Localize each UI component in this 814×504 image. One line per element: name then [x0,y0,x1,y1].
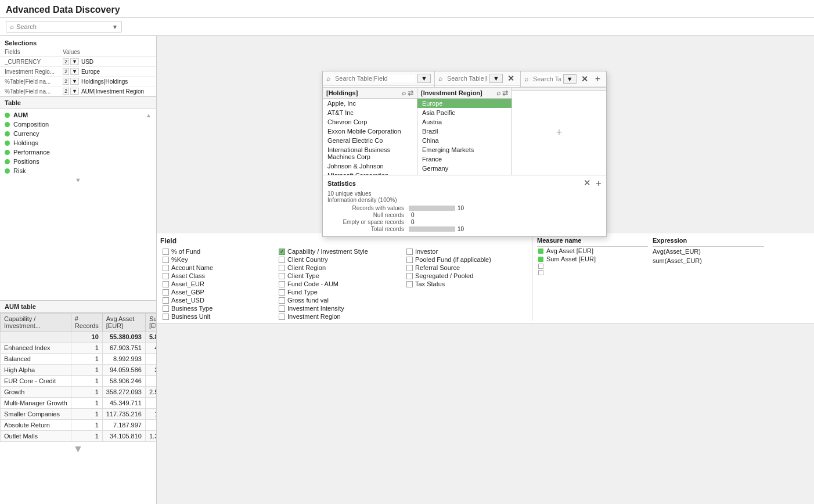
measure-item-1[interactable]: Sum Asset [EUR] [537,255,648,263]
holdings-item-6[interactable]: Johnson & Johnson [323,161,417,171]
sel-ctrl-1[interactable]: 2▼ [63,68,79,75]
measure-cb-3[interactable] [538,270,543,275]
sel-ctrl-2[interactable]: 2▼ [63,78,79,85]
col-sum-asset[interactable]: Sum Asset[EUR] [145,314,156,332]
field-cb-assetgbp[interactable] [163,289,169,296]
field-cb-asseteur[interactable] [163,281,169,287]
field-cb-clientcountry[interactable] [279,257,285,263]
field-item-businessunit[interactable]: Business Unit [160,312,276,321]
filter-dropdown-2[interactable]: ▼ [489,74,503,83]
field-cb-assetclass[interactable] [163,273,169,279]
field-item-asseteur[interactable]: Asset_EUR [160,280,276,288]
field-item-clientregion[interactable]: Client Region [276,264,404,272]
filter-close-btn[interactable]: ✕ [505,74,517,83]
field-cb-grossfundval[interactable] [279,297,285,304]
table-item-holdings[interactable]: Holdings [0,138,156,147]
inv-region-search-icon[interactable]: ⌕ [496,89,500,97]
col-avg-asset[interactable]: Avg Asset[EUR] [102,314,145,332]
holdings-item-4[interactable]: General Electric Co [323,136,417,145]
holdings-item-0[interactable]: Apple, Inc [323,99,417,108]
inv-region-item-0[interactable]: Europe [417,99,512,108]
inv-region-item-3[interactable]: Brazil [417,127,512,136]
inv-region-item-4[interactable]: China [417,136,512,145]
holdings-item-1[interactable]: AT&T Inc [323,108,417,117]
filter-close-btn-3[interactable]: ✕ [579,74,590,84]
stats-close-btn[interactable]: ✕ [584,178,591,189]
inv-region-item-1[interactable]: Asia Pacific [417,108,512,117]
table-item-aum[interactable]: AUM ▲ [0,110,156,120]
field-cb-investregion[interactable] [279,314,285,320]
holdings-item-5[interactable]: International Business Machines Corp [323,145,417,161]
field-item-pooledfund[interactable]: Pooled Fund (if applicable) [404,255,532,264]
field-item-pctfund[interactable]: % of Fund [160,247,276,255]
field-item-assetgbp[interactable]: Asset_GBP [160,288,276,296]
sel-ctrl-3[interactable]: 2▼ [63,88,79,95]
field-cb-fundcode[interactable] [279,281,285,287]
field-item-clientcountry[interactable]: Client Country [276,255,404,264]
field-cb-capability[interactable]: ✓ [279,249,285,255]
field-item-taxstatus[interactable]: Tax Status [404,280,532,288]
field-cb-pctfund[interactable] [163,249,169,255]
field-cb-referralsource[interactable] [406,265,413,271]
measure-item-0[interactable]: Avg Asset [EUR] [537,247,648,255]
filter-plus-btn[interactable]: + [593,74,603,84]
col-records[interactable]: #Records [71,314,102,332]
filter-dropdown-1[interactable]: ▼ [417,74,431,83]
table-item-positions[interactable]: Positions [0,157,156,166]
inv-region-item-2[interactable]: Austria [417,117,512,127]
field-item-investregion[interactable]: Investment Region [276,312,404,321]
third-list-plus[interactable]: + [512,91,606,175]
field-cb-fundtype[interactable] [279,289,285,296]
main-search-box[interactable]: ⌕ ▼ [6,21,122,33]
measure-item-2[interactable] [537,263,648,269]
field-item-fundtype[interactable]: Fund Type [276,288,404,296]
field-item-assetclass[interactable]: Asset Class [160,272,276,280]
filter-search-input-1[interactable] [335,75,415,82]
inv-region-item-7[interactable]: Germany [417,164,512,173]
holdings-item-7[interactable]: Microsoft Corporation [323,171,417,175]
field-cb-businessunit[interactable] [163,314,169,320]
table-item-composition[interactable]: Composition [0,120,156,129]
field-cb-pctkey[interactable] [163,257,169,263]
inv-region-pin-icon[interactable]: ⇄ [502,89,508,97]
holdings-search-icon[interactable]: ⌕ [402,89,406,97]
field-cb-clienttype[interactable] [279,273,285,279]
field-item-assetusd[interactable]: Asset_USD [160,296,276,304]
field-item-investintensity[interactable]: Investment Intensity [276,304,404,312]
field-item-investor[interactable]: Investor [404,247,532,255]
inv-region-item-5[interactable]: Emerging Markets [417,145,512,154]
filter-dropdown-3[interactable]: ▼ [563,74,577,84]
main-search-input[interactable] [16,23,98,30]
main-search-dropdown[interactable]: ▼ [112,24,118,30]
measure-cb-2[interactable] [538,264,543,269]
field-item-referralsource[interactable]: Referral Source [404,264,532,272]
field-cb-investintensity[interactable] [279,305,285,312]
field-item-pctkey[interactable]: %Key [160,255,276,264]
col-capability[interactable]: Capability /Investment... [1,314,71,332]
table-scroll-down[interactable]: ▼ [0,175,156,185]
field-item-capability[interactable]: ✓ Capability / Investment Style [276,247,404,255]
field-cb-pooledfund[interactable] [406,257,413,263]
field-cb-taxstatus[interactable] [406,281,413,287]
field-item-clienttype[interactable]: Client Type [276,272,404,280]
filter-search-input-3[interactable] [533,75,561,82]
table-item-performance[interactable]: Performance [0,147,156,157]
inv-region-item-8[interactable]: India [417,173,512,175]
stats-plus-btn[interactable]: + [596,178,602,189]
field-item-businesstype[interactable]: Business Type [160,304,276,312]
field-item-fundcode[interactable]: Fund Code - AUM [276,280,404,288]
inv-region-item-6[interactable]: France [417,154,512,164]
field-item-accountname[interactable]: Account Name [160,264,276,272]
table-scroll-bottom[interactable]: ▼ [0,442,156,456]
field-cb-assetusd[interactable] [163,297,169,304]
field-cb-clientregion[interactable] [279,265,285,271]
holdings-pin-icon[interactable]: ⇄ [408,89,413,97]
table-item-risk[interactable]: Risk [0,166,156,175]
measure-item-3[interactable] [537,269,648,276]
field-cb-segregated[interactable] [406,273,413,279]
field-cb-businesstype[interactable] [163,305,169,312]
holdings-item-3[interactable]: Exxon Mobile Corporation [323,127,417,136]
sel-ctrl-0[interactable]: 2▼ [63,58,79,65]
table-scroll-up[interactable]: ▲ [146,112,152,118]
field-item-segregated[interactable]: Segregated / Pooled [404,272,532,280]
